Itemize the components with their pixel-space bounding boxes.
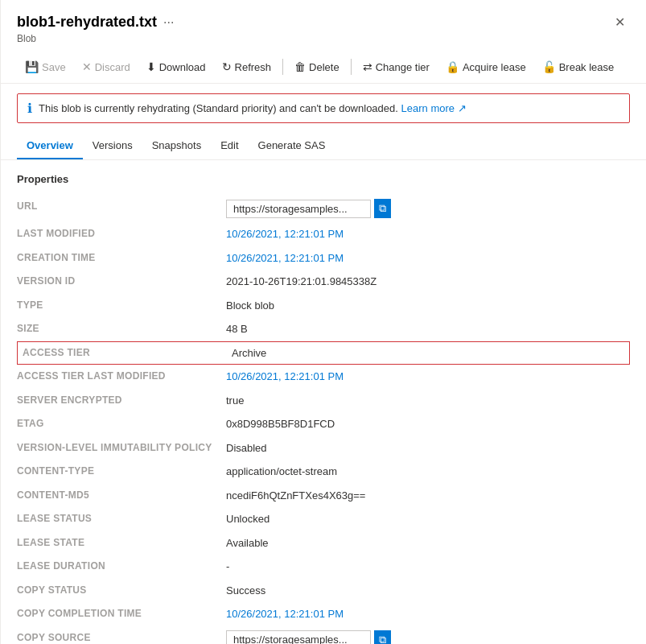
- prop-label-url: URL: [17, 199, 226, 213]
- prop-row-copy-source: COPY SOURCE ⧉: [17, 626, 630, 645]
- change-tier-button[interactable]: ⇄ Change tier: [355, 57, 438, 76]
- prop-value-lease-state: Available: [226, 535, 630, 551]
- change-tier-icon: ⇄: [363, 60, 372, 73]
- prop-row-etag: ETAG 0x8D998B5BF8D1FCD: [17, 412, 630, 436]
- prop-value-size: 48 B: [226, 321, 630, 337]
- prop-value-access-tier: Archive: [232, 345, 624, 361]
- panel-subtitle: Blob: [17, 33, 630, 44]
- prop-row-last-modified: LAST MODIFIED 10/26/2021, 12:21:01 PM: [17, 222, 630, 246]
- prop-label-access-tier: ACCESS TIER: [23, 345, 232, 360]
- prop-row-creation-time: CREATION TIME 10/26/2021, 12:21:01 PM: [17, 246, 630, 270]
- prop-label-content-md5: CONTENT-MD5: [17, 488, 226, 502]
- copy-source-button[interactable]: ⧉: [374, 630, 391, 645]
- prop-row-lease-status: LEASE STATUS Unlocked: [17, 507, 630, 531]
- tab-overview[interactable]: Overview: [17, 133, 83, 159]
- prop-row-access-tier-last-modified: ACCESS TIER LAST MODIFIED 10/26/2021, 12…: [17, 365, 630, 389]
- prop-value-lease-duration: -: [226, 559, 630, 575]
- prop-label-server-encrypted: SERVER ENCRYPTED: [17, 393, 226, 407]
- prop-value-etag: 0x8D998B5BF8D1FCD: [226, 416, 630, 432]
- prop-row-immutability: VERSION-LEVEL IMMUTABILITY POLICY Disabl…: [17, 436, 630, 460]
- prop-value-version-id: 2021-10-26T19:21:01.9845338Z: [226, 274, 630, 290]
- break-lease-button[interactable]: 🔓 Break lease: [534, 57, 623, 76]
- prop-row-server-encrypted: SERVER ENCRYPTED true: [17, 389, 630, 413]
- panel-ellipsis[interactable]: ···: [163, 15, 174, 30]
- section-title: Properties: [17, 173, 630, 185]
- prop-label-lease-state: LEASE STATE: [17, 535, 226, 550]
- prop-value-copy-completion-time: 10/26/2021, 12:21:01 PM: [226, 606, 630, 622]
- copy-source-icon: ⧉: [379, 634, 386, 645]
- prop-label-type: TYPE: [17, 298, 226, 312]
- prop-row-size: SIZE 48 B: [17, 317, 630, 341]
- alert-text: This blob is currently rehydrating (Stan…: [39, 102, 467, 114]
- copy-url-button[interactable]: ⧉: [374, 199, 391, 218]
- prop-value-type: Block blob: [226, 298, 630, 314]
- tab-versions[interactable]: Versions: [83, 133, 142, 159]
- discard-icon: ✕: [82, 60, 92, 73]
- prop-label-last-modified: LAST MODIFIED: [17, 226, 226, 241]
- prop-label-version-id: VERSION ID: [17, 274, 226, 288]
- download-button[interactable]: ⬇ Download: [138, 57, 214, 76]
- learn-more-link[interactable]: Learn more ↗: [401, 102, 467, 114]
- delete-button[interactable]: 🗑 Delete: [286, 57, 348, 76]
- discard-button[interactable]: ✕ Discard: [74, 57, 138, 76]
- toolbar: 💾 Save ✕ Discard ⬇ Download ↻ Refresh 🗑 …: [17, 51, 630, 83]
- prop-row-copy-completion-time: COPY COMPLETION TIME 10/26/2021, 12:21:0…: [17, 602, 630, 626]
- prop-label-creation-time: CREATION TIME: [17, 250, 226, 265]
- tab-edit[interactable]: Edit: [211, 133, 248, 159]
- tabs: Overview Versions Snapshots Edit Generat…: [1, 133, 646, 160]
- refresh-icon: ↻: [222, 60, 232, 73]
- prop-label-access-tier-last-modified: ACCESS TIER LAST MODIFIED: [17, 369, 226, 383]
- prop-row-content-type: CONTENT-TYPE application/octet-stream: [17, 460, 630, 484]
- prop-label-content-type: CONTENT-TYPE: [17, 464, 226, 478]
- tab-snapshots[interactable]: Snapshots: [142, 133, 211, 159]
- content-area: Properties URL ⧉ LAST MODIFIED 10/26/202…: [1, 160, 646, 644]
- panel-title: blob1-rehydrated.txt: [17, 14, 157, 31]
- prop-label-copy-completion-time: COPY COMPLETION TIME: [17, 606, 226, 621]
- prop-label-etag: ETAG: [17, 416, 226, 431]
- prop-label-copy-status: COPY STATUS: [17, 583, 226, 597]
- blob-panel: blob1-rehydrated.txt ··· ✕ Blob 💾 Save ✕…: [0, 0, 646, 644]
- prop-label-copy-source: COPY SOURCE: [17, 630, 226, 645]
- url-input[interactable]: [226, 200, 371, 218]
- copy-source-field: ⧉: [226, 630, 391, 645]
- toolbar-sep-1: [282, 59, 283, 75]
- prop-row-lease-duration: LEASE DURATION -: [17, 555, 630, 579]
- prop-row-content-md5: CONTENT-MD5 ncediF6hQtZnFTXes4X63g==: [17, 484, 630, 508]
- acquire-lease-button[interactable]: 🔒 Acquire lease: [438, 57, 534, 76]
- prop-label-lease-status: LEASE STATUS: [17, 511, 226, 526]
- prop-row-copy-status: COPY STATUS Success: [17, 579, 630, 603]
- prop-value-last-modified: 10/26/2021, 12:21:01 PM: [226, 226, 630, 242]
- prop-value-lease-status: Unlocked: [226, 511, 630, 527]
- save-button[interactable]: 💾 Save: [17, 57, 74, 76]
- prop-row-url: URL ⧉: [17, 195, 630, 222]
- prop-value-immutability: Disabled: [226, 440, 630, 456]
- close-button[interactable]: ✕: [610, 13, 630, 31]
- acquire-lease-icon: 🔒: [446, 60, 459, 73]
- delete-icon: 🗑: [294, 60, 306, 73]
- url-field: ⧉: [226, 199, 391, 218]
- download-icon: ⬇: [146, 60, 156, 73]
- prop-row-version-id: VERSION ID 2021-10-26T19:21:01.9845338Z: [17, 270, 630, 294]
- properties-table: URL ⧉ LAST MODIFIED 10/26/2021, 12:21:01…: [17, 195, 630, 644]
- copy-source-input[interactable]: [226, 630, 371, 644]
- panel-header: blob1-rehydrated.txt ··· ✕ Blob 💾 Save ✕…: [1, 0, 646, 84]
- prop-row-access-tier: ACCESS TIER Archive: [17, 341, 630, 365]
- info-icon: ℹ: [27, 101, 32, 116]
- tab-generate-sas[interactable]: Generate SAS: [249, 133, 335, 159]
- prop-value-access-tier-last-modified: 10/26/2021, 12:21:01 PM: [226, 369, 630, 385]
- prop-label-lease-duration: LEASE DURATION: [17, 559, 226, 573]
- break-lease-icon: 🔓: [542, 60, 556, 73]
- refresh-button[interactable]: ↻ Refresh: [214, 57, 280, 76]
- prop-label-size: SIZE: [17, 321, 226, 336]
- prop-row-type: TYPE Block blob: [17, 294, 630, 318]
- alert-banner: ℹ This blob is currently rehydrating (St…: [17, 93, 630, 123]
- prop-row-lease-state: LEASE STATE Available: [17, 531, 630, 555]
- prop-value-copy-status: Success: [226, 583, 630, 599]
- prop-value-server-encrypted: true: [226, 393, 630, 409]
- prop-value-content-md5: ncediF6hQtZnFTXes4X63g==: [226, 488, 630, 504]
- toolbar-sep-2: [351, 59, 352, 75]
- prop-value-content-type: application/octet-stream: [226, 464, 630, 480]
- save-icon: 💾: [25, 60, 39, 73]
- copy-icon: ⧉: [379, 202, 386, 215]
- prop-value-creation-time: 10/26/2021, 12:21:01 PM: [226, 250, 630, 266]
